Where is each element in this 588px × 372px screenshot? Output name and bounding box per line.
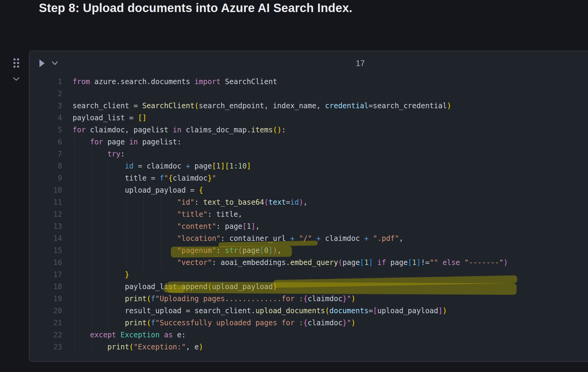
indent-guide — [143, 257, 144, 269]
run-options-dropdown[interactable] — [52, 61, 58, 66]
indent-guide — [109, 257, 109, 269]
indent-guide — [91, 293, 92, 305]
indent-guide — [91, 184, 92, 196]
code-text: print(f"Uploading pages.............for … — [62, 293, 355, 305]
indent-guide — [143, 232, 144, 244]
code-text: "pagenum": str(page[0]), — [62, 244, 282, 257]
indent-guide — [91, 160, 92, 172]
indent-guide — [161, 257, 161, 269]
indent-guide — [143, 220, 144, 232]
code-text: result_upload = search_client.upload_doc… — [62, 305, 447, 317]
line-number: 16 — [29, 257, 62, 269]
code-text: "location": container_url + "/" + claimd… — [62, 232, 403, 244]
indent-guide — [91, 257, 92, 269]
code-text: } — [62, 269, 129, 281]
line-number: 2 — [29, 88, 62, 100]
code-line: 1from azure.search.documents import Sear… — [29, 76, 588, 88]
indent-guide — [91, 172, 92, 184]
indent-guide — [91, 220, 92, 232]
indent-guide — [161, 196, 161, 208]
line-number: 5 — [29, 124, 62, 136]
code-text: id = claimdoc + page[1][1:10] — [62, 160, 251, 172]
code-line: 18 payload_list.append(upload_payload) — [29, 281, 588, 293]
code-line: 19 print(f"Uploading pages.............f… — [29, 293, 588, 305]
indent-guide — [74, 196, 74, 208]
execution-count: 17 — [347, 59, 374, 68]
code-line: 3search_client = SearchClient(search_end… — [29, 100, 588, 112]
page-title: Step 8: Upload documents into Azure AI S… — [39, 1, 352, 15]
code-text: for claimdoc, pagelist in claims_doc_map… — [62, 124, 286, 136]
indent-guide — [126, 257, 127, 269]
line-number: 17 — [29, 269, 62, 281]
notebook-code-cell: 17 1from azure.search.documents import S… — [29, 51, 588, 362]
code-text: for page in pagelist: — [62, 136, 181, 148]
indent-guide — [109, 172, 109, 184]
indent-guide — [74, 184, 74, 196]
indent-guide — [91, 232, 92, 244]
line-number: 23 — [29, 341, 62, 353]
code-text: title = f"{claimdoc}" — [62, 172, 216, 184]
indent-guide — [161, 208, 161, 220]
run-cell-button[interactable] — [39, 59, 45, 68]
indent-guide — [74, 293, 74, 305]
indent-guide — [74, 148, 74, 160]
line-number: 22 — [29, 329, 62, 341]
code-text: "vector": aoai_embeddings.embed_query(pa… — [62, 257, 508, 269]
line-number: 11 — [29, 196, 62, 208]
indent-guide — [91, 269, 92, 281]
indent-guide — [126, 220, 127, 232]
code-editor[interactable]: 1from azure.search.documents import Sear… — [29, 76, 588, 361]
indent-guide — [74, 160, 74, 172]
indent-guide — [109, 305, 109, 317]
line-number: 8 — [29, 160, 62, 172]
line-number: 20 — [29, 305, 62, 317]
indent-guide — [161, 232, 161, 244]
indent-guide — [74, 172, 74, 184]
indent-guide — [143, 244, 144, 257]
indent-guide — [109, 208, 109, 220]
code-line: 22 except Exception as e: — [29, 329, 588, 341]
indent-guide — [109, 269, 109, 281]
line-number: 14 — [29, 232, 62, 244]
code-line: 17 } — [29, 269, 588, 281]
indent-guide — [109, 281, 109, 293]
code-line: 12 "title": title, — [29, 208, 588, 220]
code-text: payload_list.append(upload_payload) — [62, 281, 277, 293]
code-line: 21 print(f"Successfully uploaded pages f… — [29, 317, 588, 329]
line-number: 19 — [29, 293, 62, 305]
code-line: 8 id = claimdoc + page[1][1:10] — [29, 160, 588, 172]
cell-drag-handle[interactable] — [13, 58, 20, 68]
indent-guide — [143, 208, 144, 220]
line-number: 15 — [29, 244, 62, 257]
indent-guide — [74, 269, 74, 281]
indent-guide — [126, 232, 127, 244]
indent-guide — [109, 184, 109, 196]
indent-guide — [74, 136, 74, 148]
indent-guide — [109, 160, 109, 172]
indent-guide — [91, 305, 92, 317]
code-text — [62, 88, 73, 100]
indent-guide — [91, 148, 92, 160]
indent-guide — [161, 244, 161, 257]
indent-guide — [126, 244, 127, 257]
indent-guide — [161, 220, 161, 232]
line-number: 4 — [29, 112, 62, 124]
indent-guide — [91, 208, 92, 220]
code-line: 13 "content": page[1], — [29, 220, 588, 232]
code-text: print(f"Successfully uploaded pages for … — [62, 317, 355, 329]
line-number: 18 — [29, 281, 62, 293]
cell-collapse-button[interactable] — [12, 76, 20, 82]
line-number: 21 — [29, 317, 62, 329]
line-number: 13 — [29, 220, 62, 232]
play-icon — [39, 59, 45, 68]
indent-guide — [74, 244, 74, 257]
code-line: 15 "pagenum": str(page[0]), — [29, 244, 588, 257]
code-line: 4payload_list = [] — [29, 112, 588, 124]
indent-guide — [91, 341, 92, 353]
code-line: 16 "vector": aoai_embeddings.embed_query… — [29, 257, 588, 269]
indent-guide — [109, 317, 109, 329]
indent-guide — [74, 317, 74, 329]
code-text: print("Exception:", e) — [62, 341, 203, 353]
indent-guide — [143, 196, 144, 208]
line-number: 3 — [29, 100, 62, 112]
